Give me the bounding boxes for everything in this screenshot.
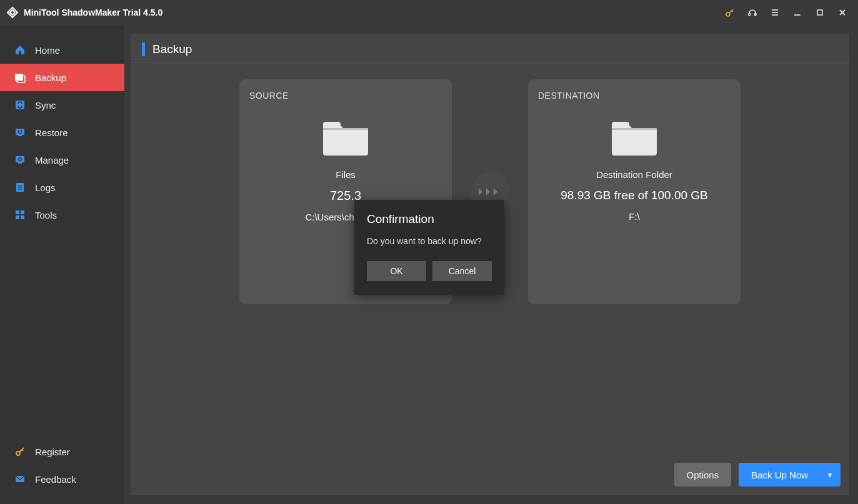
app-title: MiniTool ShadowMaker Trial 4.5.0 <box>24 7 162 17</box>
backup-now-button[interactable]: Back Up Now ▼ <box>739 463 841 487</box>
svg-rect-10 <box>15 74 23 81</box>
sidebar-item-label: Restore <box>35 127 68 138</box>
sidebar-item-label: Manage <box>35 155 69 166</box>
confirmation-dialog: Confirmation Do you want to back up now?… <box>354 200 504 295</box>
folder-icon <box>609 116 659 156</box>
page-title: Backup <box>152 42 192 56</box>
accent-bar <box>142 42 145 56</box>
backup-now-label: Back Up Now <box>751 470 808 480</box>
cancel-button[interactable]: Cancel <box>432 261 492 281</box>
home-icon <box>14 44 26 56</box>
destination-heading: DESTINATION <box>538 91 600 101</box>
sidebar-item-label: Backup <box>35 72 66 83</box>
sidebar-item-manage[interactable]: Manage <box>0 146 124 174</box>
ok-button[interactable]: OK <box>367 261 426 281</box>
dialog-buttons: OK Cancel <box>367 261 492 281</box>
restore-icon <box>14 126 26 139</box>
titlebar-left: MiniTool ShadowMaker Trial 4.5.0 <box>6 6 162 19</box>
bottom-bar: Options Back Up Now ▼ <box>674 463 841 487</box>
sidebar-item-label: Register <box>35 447 70 457</box>
menu-icon[interactable] <box>769 7 781 18</box>
sidebar-item-label: Sync <box>35 100 56 111</box>
app-logo-icon <box>6 6 19 19</box>
destination-card[interactable]: DESTINATION Destination Folder 98.93 GB … <box>528 79 741 304</box>
sidebar-item-feedback[interactable]: Feedback <box>0 465 124 493</box>
sidebar-item-label: Home <box>35 45 60 56</box>
sidebar-item-label: Logs <box>35 182 56 193</box>
svg-rect-28 <box>323 128 368 130</box>
mail-icon <box>14 473 26 485</box>
sidebar-item-logs[interactable]: Logs <box>0 174 124 201</box>
sidebar-item-register[interactable]: Register <box>0 438 124 465</box>
source-heading: SOURCE <box>249 91 289 101</box>
sync-icon <box>14 99 26 111</box>
svg-rect-25 <box>21 215 24 219</box>
maximize-icon[interactable] <box>814 7 826 18</box>
sidebar: Home Backup Sync Restore Manage <box>0 25 124 504</box>
destination-path: F:\ <box>629 211 640 222</box>
sidebar-item-home[interactable]: Home <box>0 36 124 64</box>
sidebar-item-restore[interactable]: Restore <box>0 119 124 146</box>
titlebar-controls <box>724 7 852 18</box>
source-type: Files <box>336 169 356 180</box>
svg-rect-7 <box>817 10 822 15</box>
svg-rect-14 <box>18 135 22 136</box>
sidebar-item-label: Feedback <box>35 474 76 485</box>
folder-icon <box>321 116 371 156</box>
key-icon <box>14 445 26 458</box>
svg-rect-1 <box>749 13 751 16</box>
headset-icon[interactable] <box>747 7 758 18</box>
svg-rect-23 <box>21 210 24 214</box>
chevron-down-icon: ▼ <box>827 472 833 478</box>
options-button[interactable]: Options <box>674 463 732 487</box>
sidebar-item-label: Tools <box>35 210 57 220</box>
svg-rect-16 <box>18 162 22 164</box>
sidebar-item-tools[interactable]: Tools <box>0 201 124 229</box>
destination-type: Destination Folder <box>596 169 672 180</box>
svg-rect-24 <box>16 215 19 219</box>
titlebar: MiniTool ShadowMaker Trial 4.5.0 <box>0 0 858 25</box>
backup-icon <box>14 71 26 84</box>
dialog-title: Confirmation <box>367 212 492 226</box>
logs-icon <box>14 181 26 194</box>
sidebar-item-backup[interactable]: Backup <box>0 64 124 91</box>
key-icon[interactable] <box>724 7 736 18</box>
sidebar-item-sync[interactable]: Sync <box>0 91 124 119</box>
destination-space: 98.93 GB free of 100.00 GB <box>561 189 708 202</box>
close-icon[interactable] <box>837 7 848 18</box>
minimize-icon[interactable] <box>792 7 803 18</box>
tools-icon <box>14 209 26 221</box>
sidebar-bottom: Register Feedback <box>0 438 124 504</box>
page-header: Backup <box>131 34 849 63</box>
dialog-message: Do you want to back up now? <box>367 236 492 246</box>
svg-rect-29 <box>612 128 657 130</box>
manage-icon <box>14 154 26 166</box>
svg-rect-22 <box>16 210 19 214</box>
